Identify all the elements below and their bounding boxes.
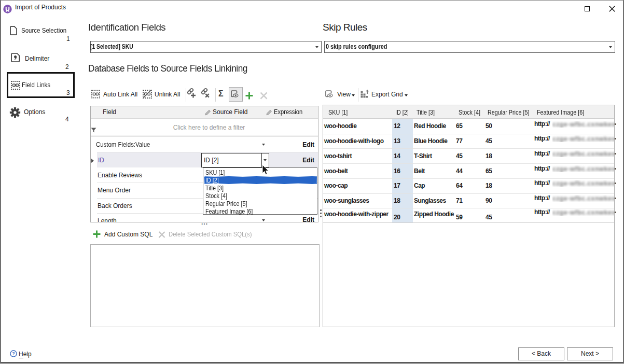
svg-text:?: ? xyxy=(12,351,15,356)
